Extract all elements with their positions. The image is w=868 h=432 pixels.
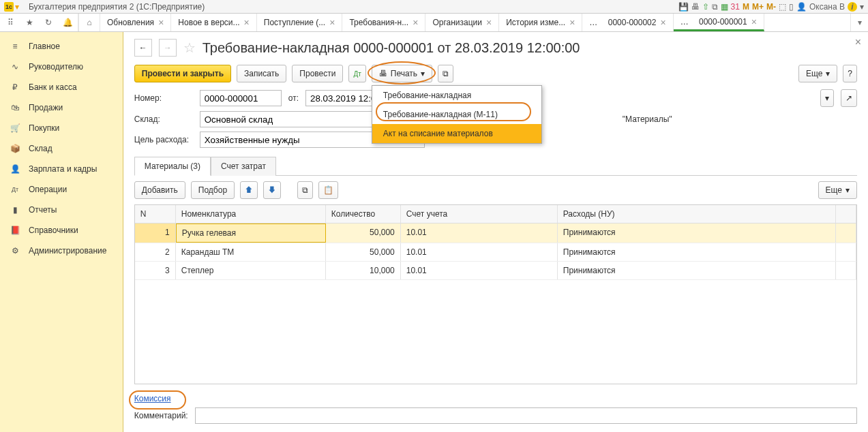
favorite-star-icon[interactable]: ☆ <box>183 40 196 56</box>
sidebar-item-manager[interactable]: ∿Руководителю <box>0 57 123 77</box>
col-nomenclature[interactable]: Номенклатура <box>176 205 326 223</box>
tab-doc2[interactable]: … 0000-000002× <box>582 14 673 31</box>
number-input[interactable] <box>200 90 282 106</box>
document-title: Требование-накладная 0000-000001 от 28.0… <box>203 40 580 56</box>
print-button[interactable]: 🖶 Печать ▾ <box>372 65 432 82</box>
close-icon[interactable]: × <box>569 17 575 28</box>
col-n[interactable]: N <box>135 205 176 223</box>
m-minus-button[interactable]: M- <box>766 2 776 12</box>
close-icon[interactable]: × <box>413 17 418 28</box>
tab-cost-account[interactable]: Счет затрат <box>211 157 276 176</box>
sidebar-item-warehouse[interactable]: 📦Склад <box>0 138 123 159</box>
pick-button[interactable]: Подбор <box>191 181 235 199</box>
col-account[interactable]: Счет учета <box>401 205 558 223</box>
tab-demand[interactable]: Требования-н...× <box>342 14 425 31</box>
close-icon[interactable]: × <box>751 16 757 27</box>
move-down-button[interactable]: 🡇 <box>263 181 281 199</box>
save-icon[interactable]: 💾 <box>678 2 689 12</box>
star-icon[interactable]: ★ <box>22 15 37 30</box>
chevron-down-icon: ▾ <box>421 69 425 78</box>
tab-receipt[interactable]: Поступление (...× <box>257 14 343 31</box>
bars-icon: ▮ <box>10 205 20 215</box>
sidebar-item-operations[interactable]: ДтОперации <box>0 179 123 200</box>
print-icon[interactable]: 🖶 <box>691 2 700 12</box>
user-name: Оксана В <box>809 2 845 12</box>
dropdown2-icon[interactable]: ▾ <box>860 2 864 12</box>
grid-more-button[interactable]: Еще ▾ <box>818 181 857 199</box>
number-label: Номер: <box>134 93 193 103</box>
history-icon[interactable]: ↻ <box>41 15 56 30</box>
tab-org[interactable]: Организации× <box>425 14 499 31</box>
home-icon[interactable]: ⌂ <box>82 15 97 30</box>
print-menu-item-3[interactable]: Акт на списание материалов <box>372 124 541 143</box>
tab-materials[interactable]: Материалы (3) <box>134 157 211 176</box>
forward-button[interactable]: → <box>159 39 177 57</box>
paste-button[interactable]: 📋 <box>318 181 338 199</box>
sidebar-item-bank[interactable]: ₽Банк и касса <box>0 77 123 97</box>
sidebar-item-admin[interactable]: ⚙Администрирование <box>0 241 123 261</box>
upload-icon[interactable]: ⇧ <box>702 2 709 12</box>
sidebar-item-purchases[interactable]: 🛒Покупки <box>0 118 123 138</box>
copy-icon: ⧉ <box>302 185 308 195</box>
printer-icon: 🖶 <box>379 69 387 78</box>
sidebar-item-hr[interactable]: 👤Зарплата и кадры <box>0 159 123 179</box>
account-text: "Материалы" <box>623 114 672 124</box>
table-row[interactable]: 2 Карандаш ТМ 50,000 10.01 Принимаются <box>135 243 856 262</box>
form-toolbar: Провести и закрыть Записать Провести Дт … <box>134 65 857 82</box>
grid-toolbar: Добавить Подбор 🡅 🡇 ⧉ 📋 Еще ▾ <box>134 176 857 204</box>
col-expenses[interactable]: Расходы (НУ) <box>558 205 836 223</box>
print-menu-item-1[interactable]: Требование-накладная <box>372 86 541 105</box>
info-icon[interactable]: i <box>848 2 857 12</box>
structure-button[interactable]: ⧉ <box>438 65 453 82</box>
col-quantity[interactable]: Количество <box>326 205 401 223</box>
user-icon: 👤 <box>796 2 807 12</box>
calc-icon[interactable]: ▦ <box>721 2 728 12</box>
more-button[interactable]: Еще ▾ <box>798 65 837 82</box>
open-new-button[interactable]: ↗ <box>841 89 857 107</box>
table-row[interactable]: 3 Степлер 10,000 10.01 Принимаются <box>135 262 856 280</box>
comment-input[interactable] <box>195 407 857 424</box>
add-row-button[interactable]: Добавить <box>134 181 185 199</box>
back-button[interactable]: ← <box>134 39 152 57</box>
help-button[interactable]: ? <box>843 65 857 82</box>
close-icon[interactable]: × <box>486 17 492 28</box>
dtkt-button[interactable]: Дт <box>348 65 365 82</box>
calendar-icon[interactable]: 31 <box>731 2 740 12</box>
table-row[interactable]: 1 Ручка гелевая 50,000 10.01 Принимаются <box>135 223 856 243</box>
tab-new[interactable]: Новое в верси...× <box>171 14 256 31</box>
commission-link[interactable]: Комиссия <box>134 394 171 403</box>
tab-history[interactable]: История изме...× <box>499 14 582 31</box>
close-icon[interactable]: × <box>244 17 250 28</box>
grid-header: N Номенклатура Количество Счет учета Рас… <box>135 205 856 223</box>
close-icon[interactable]: × <box>158 17 164 28</box>
sub-tabs: Материалы (3) Счет затрат <box>134 156 857 176</box>
dropdown-icon[interactable]: ▾ <box>15 2 25 12</box>
open-ref-button[interactable]: ▾ <box>820 89 834 107</box>
window-icon[interactable]: ⬚ <box>779 2 786 12</box>
materials-grid: N Номенклатура Количество Счет учета Рас… <box>134 204 857 384</box>
compare-icon[interactable]: ⧉ <box>712 2 718 12</box>
panel-icon[interactable]: ▯ <box>789 2 794 12</box>
sidebar-item-catalogs[interactable]: 📕Справочники <box>0 220 123 241</box>
copy-button[interactable]: ⧉ <box>297 181 313 199</box>
sidebar-item-reports[interactable]: ▮Отчеты <box>0 200 123 220</box>
post-button[interactable]: Провести <box>292 65 343 82</box>
tab-doc1[interactable]: … 0000-000001× <box>674 14 764 31</box>
ruble-icon: ₽ <box>10 82 20 92</box>
close-form-icon[interactable]: × <box>855 36 861 48</box>
close-icon[interactable]: × <box>660 17 665 28</box>
post-and-close-button[interactable]: Провести и закрыть <box>134 65 231 82</box>
move-up-button[interactable]: 🡅 <box>240 181 258 199</box>
tab-updates[interactable]: Обновления× <box>100 14 171 31</box>
bell-icon[interactable]: 🔔 <box>60 15 75 30</box>
sidebar-item-main[interactable]: ≡Главное <box>0 36 123 57</box>
m-plus-button[interactable]: M+ <box>752 2 764 12</box>
m-button[interactable]: M <box>743 2 749 12</box>
close-icon[interactable]: × <box>329 17 335 28</box>
sidebar-item-sales[interactable]: 🛍Продажи <box>0 97 123 118</box>
main-form: × ← → ☆ Требование-накладная 0000-000001… <box>123 32 868 432</box>
save-button[interactable]: Записать <box>237 65 286 82</box>
print-menu-item-2[interactable]: Требование-накладная (М-11) <box>372 105 541 124</box>
apps-icon[interactable]: ⠿ <box>3 15 18 30</box>
tabs-more-icon[interactable]: ▾ <box>850 14 868 31</box>
